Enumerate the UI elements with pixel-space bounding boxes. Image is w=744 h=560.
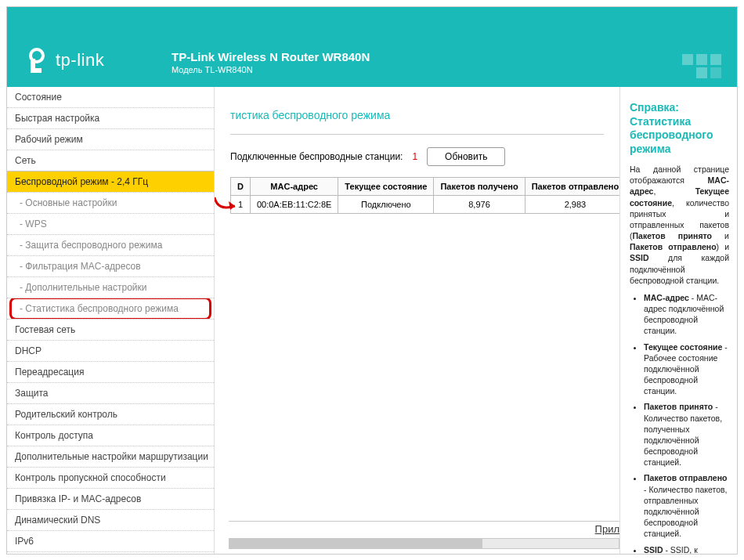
decor-squares: [679, 54, 721, 81]
sidebar-item[interactable]: Переадресация: [7, 361, 214, 382]
help-panel: Справка: Статистика беспроводного режима…: [619, 87, 737, 555]
th-tx: Пакетов отправлено: [525, 178, 619, 196]
horizontal-scrollbar[interactable]: [229, 538, 619, 549]
cell-state: Подключено: [338, 196, 434, 214]
tplink-logo-icon: [23, 46, 51, 74]
help-bullet: SSID - SSID, к которому подключена беспр…: [644, 544, 729, 555]
sidebar-item-label: - Дополнительные настройки: [20, 282, 146, 293]
sidebar-item[interactable]: Защита: [7, 382, 214, 403]
sidebar-item[interactable]: Состояние: [7, 87, 214, 107]
help-bullet: Пакетов принято - Количество пакетов, по…: [644, 401, 729, 468]
sidebar-item-label: IPv6: [15, 536, 34, 547]
header-titles: TP-Link Wireless N Router WR840N Модель …: [172, 50, 370, 74]
divider: [230, 134, 604, 135]
sidebar-item[interactable]: DHCP: [7, 340, 214, 361]
cell-tx: 2,983: [525, 196, 619, 214]
help-intro: На данной странице отображаются MAC-адре…: [630, 164, 729, 286]
th-mac: MAC-адрес: [250, 178, 338, 196]
sidebar-item[interactable]: Привязка IP- и MAC-адресов: [7, 488, 214, 509]
brand-logo: tp-link: [23, 46, 104, 74]
sidebar-item[interactable]: - Фильтрация MAC-адресов: [7, 255, 214, 276]
sidebar-item[interactable]: Беспроводной режим - 2,4 ГГц: [7, 171, 214, 192]
bottom-area: Прил: [229, 521, 619, 549]
sidebar-item-label: Состояние: [15, 92, 62, 103]
stations-label: Подключенные беспроводные станции:: [230, 151, 403, 162]
help-bullets: MAC-адрес - MAC-адрес подключённой беспр…: [630, 292, 729, 555]
sidebar-item[interactable]: Сеть: [7, 150, 214, 171]
sidebar-item-label: Контроль доступа: [15, 430, 93, 441]
th-state: Текущее состояние: [338, 178, 434, 196]
sidebar-item[interactable]: - WPS: [7, 213, 214, 234]
stations-row: Подключенные беспроводные станции: 1 Обн…: [230, 147, 604, 166]
sidebar-item-label: Динамический DNS: [15, 515, 100, 526]
header: tp-link TP-Link Wireless N Router WR840N…: [7, 7, 737, 87]
sidebar: СостояниеБыстрая настройкаРабочий режимС…: [7, 87, 215, 555]
help-bullet: MAC-адрес - MAC-адрес подключённой беспр…: [644, 292, 729, 337]
table-header-row: D MAC-адрес Текущее состояние Пакетов по…: [231, 178, 620, 196]
sidebar-item[interactable]: - Защита беспроводного режима: [7, 234, 214, 255]
sidebar-item[interactable]: Системные инструменты: [7, 551, 214, 555]
sidebar-item-label: Переадресация: [15, 367, 84, 378]
help-bullet: Текущее состояние - Рабочее состояние по…: [644, 341, 729, 397]
app-shell: tp-link TP-Link Wireless N Router WR840N…: [6, 6, 738, 555]
sidebar-item-label: Рабочий режим: [15, 134, 83, 145]
sidebar-item[interactable]: - Основные настройки: [7, 192, 214, 213]
main-panel: тистика беспроводного режима Подключенны…: [215, 87, 619, 555]
product-subtitle: Модель TL-WR840N: [172, 65, 370, 74]
help-title: Справка: Статистика беспроводного режима: [630, 101, 729, 156]
sidebar-item[interactable]: Родительский контроль: [7, 403, 214, 425]
cell-id: 1: [231, 196, 251, 214]
sidebar-item[interactable]: - Дополнительные настройки: [7, 276, 214, 298]
sidebar-item-label: Быстрая настройка: [15, 113, 99, 124]
page-title: тистика беспроводного режима: [230, 101, 604, 129]
sidebar-item-label: - WPS: [20, 219, 47, 229]
stations-table: D MAC-адрес Текущее состояние Пакетов по…: [230, 177, 619, 214]
help-bullet: Пакетов отправлено - Количество пакетов,…: [644, 472, 729, 539]
sidebar-item[interactable]: Контроль доступа: [7, 425, 214, 446]
th-id: D: [231, 178, 251, 196]
sidebar-item[interactable]: - Статистика беспроводного режима: [7, 298, 214, 319]
product-title: TP-Link Wireless N Router WR840N: [172, 50, 370, 63]
sidebar-item-label: Беспроводной режим - 2,4 ГГц: [15, 176, 148, 187]
sidebar-item-label: Контроль пропускной способности: [15, 472, 166, 483]
refresh-button[interactable]: Обновить: [427, 147, 505, 166]
sidebar-item-label: Привязка IP- и MAC-адресов: [15, 493, 141, 504]
sidebar-item[interactable]: IPv6: [7, 530, 214, 551]
table-row: 100:0A:EB:11:C2:8EПодключено8,9762,983TP…: [231, 196, 620, 214]
sidebar-item[interactable]: Контроль пропускной способности: [7, 467, 214, 488]
sidebar-item[interactable]: Рабочий режим: [7, 128, 214, 150]
sidebar-item-label: Сеть: [15, 155, 36, 166]
cell-rx: 8,976: [434, 196, 525, 214]
sidebar-item-label: Родительский контроль: [15, 409, 117, 420]
sidebar-item[interactable]: Дополнительные настройки маршрутизации: [7, 446, 214, 467]
svg-rect-2: [31, 68, 42, 73]
sidebar-item-label: - Статистика беспроводного режима: [20, 303, 179, 314]
sidebar-item-label: DHCP: [15, 345, 42, 356]
sidebar-item-label: Защита: [15, 388, 49, 399]
cell-mac: 00:0A:EB:11:C2:8E: [250, 196, 338, 214]
brand-text: tp-link: [56, 50, 104, 70]
th-rx: Пакетов получено: [434, 178, 525, 196]
sidebar-item[interactable]: Быстрая настройка: [7, 107, 214, 128]
sidebar-item[interactable]: Динамический DNS: [7, 509, 214, 530]
sidebar-item-label: - Основные настройки: [20, 197, 117, 208]
bottom-partial-text: Прил: [595, 523, 619, 535]
sidebar-item-label: Гостевая сеть: [15, 324, 75, 335]
sidebar-item-label: - Фильтрация MAC-адресов: [20, 261, 141, 272]
stations-count: 1: [412, 151, 417, 162]
sidebar-item-label: Дополнительные настройки маршрутизации: [15, 451, 208, 462]
sidebar-item-label: - Защита беспроводного режима: [20, 240, 162, 251]
sidebar-item[interactable]: Гостевая сеть: [7, 319, 214, 340]
